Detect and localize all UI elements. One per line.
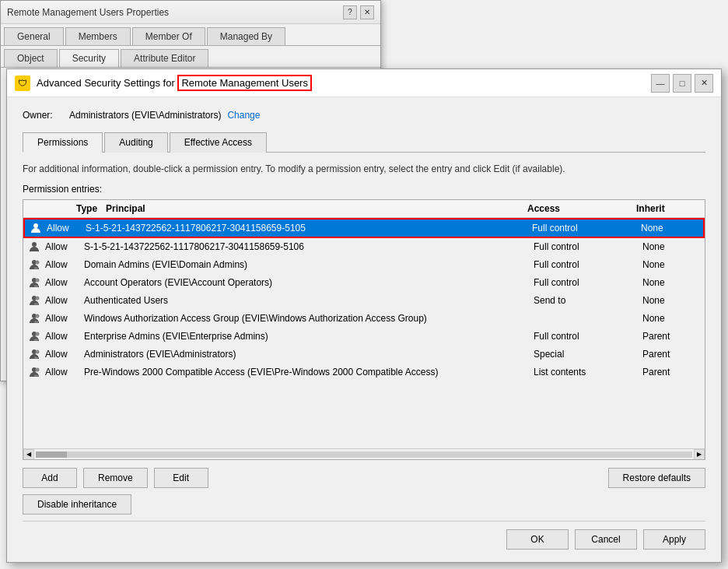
row-access: Full control [532, 223, 641, 234]
row-inherit: None [642, 313, 705, 324]
row-icon [23, 312, 45, 325]
restore-defaults-button[interactable]: Restore defaults [608, 468, 705, 488]
owner-label: Owner: [23, 110, 69, 121]
scroll-track[interactable] [36, 451, 692, 458]
perm-table-header: Type Principal Access Inherit [23, 200, 705, 218]
tab-members[interactable]: Members [65, 27, 131, 45]
bg-help-button[interactable]: ? [343, 5, 357, 19]
row-inherit: Parent [642, 331, 705, 342]
table-row[interactable]: Allow Pre-Windows 2000 Compatible Access… [23, 364, 705, 381]
row-access: Send to [534, 295, 642, 306]
shield-icon: 🛡 [15, 76, 30, 91]
perm-table-body: Allow S-1-5-21-143722562-1117806217-3041… [23, 218, 705, 448]
main-security-window: 🛡 Advanced Security Settings for Remote … [6, 68, 722, 563]
main-maximize-button[interactable]: □ [673, 74, 691, 93]
bg-close-button[interactable]: ✕ [360, 5, 374, 19]
row-icon [25, 222, 47, 234]
main-title-highlighted: Remote Management Users [177, 75, 312, 91]
tab-attribute-editor[interactable]: Attribute Editor [121, 49, 208, 67]
bg-titlebar: Remote Management Users Properties ? ✕ [1, 1, 380, 24]
tab-security[interactable]: Security [59, 49, 119, 67]
tab-managed-by[interactable]: Managed By [207, 27, 285, 45]
row-icon [23, 258, 45, 271]
tab-permissions[interactable]: Permissions [23, 132, 103, 153]
row-principal: Windows Authorization Access Group (EVIE… [84, 313, 534, 324]
table-row[interactable]: Allow Authenticated Users Send to None [23, 292, 705, 310]
row-access: Full control [534, 277, 642, 288]
scroll-left-arrow[interactable]: ◀ [23, 449, 34, 460]
add-button[interactable]: Add [23, 468, 77, 488]
scroll-thumb[interactable] [36, 451, 67, 458]
table-row[interactable]: Allow S-1-5-21-143722562-1117806217-3041… [23, 218, 705, 238]
table-row[interactable]: Allow Account Operators (EVIE\Account Op… [23, 274, 705, 292]
row-principal: Account Operators (EVIE\Account Operator… [84, 277, 534, 288]
row-principal: S-1-5-21-143722562-1117806217-3041158659… [84, 241, 534, 252]
row-inherit: None [642, 277, 705, 288]
apply-button[interactable]: Apply [643, 529, 705, 550]
row-type: Allow [45, 367, 84, 378]
buttons-row1: Add Remove Edit Restore defaults [23, 468, 705, 488]
info-text: For additional information, double-click… [23, 162, 705, 176]
row-principal: Enterprise Admins (EVIE\Enterprise Admin… [84, 331, 534, 342]
tab-object[interactable]: Object [4, 49, 58, 67]
row-type: Allow [45, 313, 84, 324]
row-access: Full control [534, 241, 642, 252]
row-principal: Administrators (EVIE\Administrators) [84, 349, 534, 360]
svg-point-9 [36, 314, 40, 318]
col-header-access: Access [521, 203, 630, 214]
row-inherit: Parent [642, 349, 705, 360]
main-close-button[interactable]: ✕ [695, 74, 713, 93]
row-inherit: None [641, 223, 703, 234]
row-access: Full control [534, 259, 642, 270]
table-row[interactable]: Allow Enterprise Admins (EVIE\Enterprise… [23, 328, 705, 346]
row-icon [23, 366, 45, 378]
row-icon [23, 276, 45, 289]
row-inherit: None [642, 241, 705, 252]
buttons-final-row: OK Cancel Apply [23, 521, 705, 550]
edit-button[interactable]: Edit [154, 468, 208, 488]
tab-auditing[interactable]: Auditing [104, 132, 167, 153]
bg-window-title: Remote Management Users Properties [7, 7, 169, 18]
row-type: Allow [47, 223, 86, 234]
bg-tabs-row1: General Members Member Of Managed By [1, 24, 380, 46]
row-principal: Pre-Windows 2000 Compatible Access (EVIE… [84, 367, 534, 378]
row-principal: Domain Admins (EVIE\Domain Admins) [84, 259, 534, 270]
main-minimize-button[interactable]: — [651, 74, 670, 93]
svg-point-13 [36, 350, 40, 354]
col-header-type: Type [45, 203, 100, 214]
main-tabs-row: Permissions Auditing Effective Access [23, 132, 705, 153]
table-row[interactable]: Allow Domain Admins (EVIE\Domain Admins)… [23, 256, 705, 274]
horizontal-scrollbar[interactable]: ◀ ▶ [23, 448, 705, 459]
svg-point-15 [36, 368, 40, 372]
buttons-row2: Disable inheritance [23, 494, 705, 515]
table-row[interactable]: Allow Administrators (EVIE\Administrator… [23, 346, 705, 364]
row-principal: Authenticated Users [84, 295, 534, 306]
row-access: List contents [534, 367, 642, 378]
svg-point-7 [36, 297, 40, 300]
tab-effective-access[interactable]: Effective Access [170, 132, 267, 153]
row-inherit: None [642, 295, 705, 306]
row-type: Allow [45, 259, 84, 270]
owner-change-link[interactable]: Change [227, 110, 260, 121]
table-row[interactable]: Allow Windows Authorization Access Group… [23, 310, 705, 328]
disable-inheritance-button[interactable]: Disable inheritance [23, 494, 131, 515]
main-title-prefix: Advanced Security Settings for Remote Ma… [37, 77, 312, 89]
perm-entries-label: Permission entries: [23, 184, 705, 195]
perm-table-container: Type Principal Access Inherit Allow [23, 199, 705, 460]
main-titlebar-left: 🛡 Advanced Security Settings for Remote … [15, 76, 312, 91]
tab-general[interactable]: General [4, 27, 64, 45]
row-type: Allow [45, 295, 84, 306]
scroll-right-arrow[interactable]: ▶ [694, 449, 705, 460]
row-icon [23, 241, 45, 253]
ok-button[interactable]: OK [506, 529, 569, 550]
svg-point-1 [32, 242, 37, 247]
remove-button[interactable]: Remove [83, 468, 148, 488]
row-icon [23, 348, 45, 360]
svg-point-0 [33, 223, 38, 228]
svg-point-11 [36, 332, 40, 336]
col-header-inherit: Inherit [630, 203, 692, 214]
cancel-button[interactable]: Cancel [575, 529, 637, 550]
tab-member-of[interactable]: Member Of [132, 27, 205, 45]
table-row[interactable]: Allow S-1-5-21-143722562-1117806217-3041… [23, 238, 705, 256]
main-titlebar: 🛡 Advanced Security Settings for Remote … [7, 69, 721, 97]
